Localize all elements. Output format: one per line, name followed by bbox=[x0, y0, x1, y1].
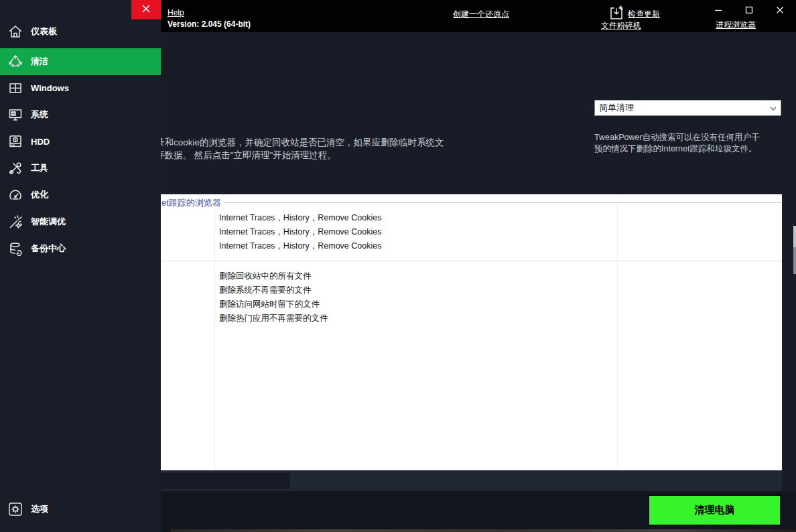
column-divider-right bbox=[617, 203, 618, 470]
magic-wand-icon bbox=[7, 213, 24, 230]
hdd-icon bbox=[7, 133, 24, 150]
browser-trace-row: Internet Traces，History，Remove Cookies bbox=[219, 212, 381, 224]
cleanup-item-row: 删除热门应用不再需要的文件 bbox=[219, 313, 328, 324]
tools-icon bbox=[7, 159, 24, 177]
clean-computer-button[interactable]: 清理电脑 bbox=[648, 494, 781, 526]
status-strip bbox=[161, 471, 782, 491]
sidebar-item-label: HDD bbox=[31, 137, 50, 147]
version-text: Version: 2.045 (64-bit) bbox=[168, 19, 251, 29]
check-update-link[interactable]: 检查更新 bbox=[628, 9, 660, 20]
backup-icon bbox=[7, 240, 24, 257]
dropdown-value: 简单清理 bbox=[599, 102, 634, 114]
status-strip-segment bbox=[161, 473, 290, 489]
speedometer-icon bbox=[7, 186, 24, 204]
cleanup-item-row: 删除访问网站时留下的文件 bbox=[219, 299, 320, 310]
home-icon bbox=[7, 23, 24, 40]
intro-text-line2: 序数据。 然后点击"立即清理"开始清理过程。 bbox=[161, 149, 336, 161]
windows-icon bbox=[7, 79, 24, 96]
sidebar-item-label: 智能调优 bbox=[31, 216, 66, 228]
mode-description-line1: TweakPower自动搜索可以在没有任何用户干 bbox=[594, 132, 795, 143]
intro-text-line1: 录和cookie的浏览器，并确定回收站是否已清空，如果应删除临时系统文 bbox=[161, 137, 444, 149]
overlay-close-button[interactable] bbox=[131, 0, 161, 19]
sidebar-item-label: 优化 bbox=[31, 189, 48, 201]
topbar: Help Version: 2.045 (64-bit) 创建一个还原点 检查更… bbox=[161, 0, 796, 32]
sidebar-item-smart-tuning[interactable]: 智能调优 bbox=[0, 208, 161, 235]
help-link[interactable]: Help bbox=[168, 8, 184, 17]
cleanup-item-row: 删除系统不再需要的文件 bbox=[219, 285, 312, 296]
monitor-icon bbox=[7, 106, 24, 123]
sidebar-item-options[interactable]: 选项 bbox=[0, 496, 161, 523]
clean-mode-dropdown[interactable]: 简单清理 bbox=[594, 100, 781, 116]
close-icon bbox=[141, 3, 151, 17]
sidebar-item-hdd[interactable]: HDD bbox=[0, 128, 161, 155]
process-browser-link[interactable]: 进程浏览器 bbox=[716, 19, 756, 31]
column-divider-left bbox=[214, 203, 215, 470]
chevron-down-icon bbox=[769, 105, 777, 115]
sidebar: 仪表板 清洁 Windows 系统 HDD bbox=[0, 0, 161, 532]
sidebar-item-dashboard[interactable]: 仪表板 bbox=[0, 18, 161, 45]
main-content: 录和cookie的浏览器，并确定回收站是否已清空，如果应删除临时系统文 序数据。… bbox=[161, 32, 796, 532]
maximize-icon bbox=[744, 5, 754, 17]
sidebar-item-label: 工具 bbox=[31, 162, 48, 174]
file-shredder-link[interactable]: 文件粉碎机 bbox=[601, 20, 641, 31]
group-label-browsers: et跟踪的浏览器 bbox=[161, 197, 224, 209]
results-panel: et跟踪的浏览器 Internet Traces，History，Remove … bbox=[161, 194, 782, 470]
sidebar-item-label: 备份中心 bbox=[31, 243, 66, 255]
recycle-icon bbox=[7, 53, 24, 70]
sidebar-item-label: 系统 bbox=[31, 109, 48, 121]
create-restore-point-link[interactable]: 创建一个还原点 bbox=[453, 9, 509, 20]
sidebar-item-label: 仪表板 bbox=[31, 25, 57, 38]
background-window-edge bbox=[171, 529, 796, 532]
browser-trace-row: Internet Traces，History，Remove Cookies bbox=[219, 241, 381, 252]
tweakpower-window: { "topbar": { "help": "Help", "version":… bbox=[0, 0, 796, 532]
minimize-icon bbox=[714, 5, 723, 17]
sidebar-item-label: 选项 bbox=[31, 503, 48, 515]
sidebar-item-tools[interactable]: 工具 bbox=[0, 155, 161, 182]
sidebar-item-backup-center[interactable]: 备份中心 bbox=[0, 235, 161, 262]
maximize-button[interactable] bbox=[741, 3, 757, 19]
sidebar-item-label: Windows bbox=[31, 83, 69, 93]
scrollbar-thumb[interactable] bbox=[793, 226, 796, 274]
browser-trace-row: Internet Traces，History，Remove Cookies bbox=[219, 226, 381, 238]
sidebar-item-label: 清洁 bbox=[31, 56, 48, 68]
footer-bar: 清理电脑 bbox=[161, 491, 796, 532]
gear-icon bbox=[7, 501, 24, 518]
sidebar-item-optimize[interactable]: 优化 bbox=[0, 182, 161, 208]
cleanup-item-row: 删除回收站中的所有文件 bbox=[219, 271, 312, 282]
section-separator bbox=[161, 261, 782, 261]
close-icon bbox=[775, 5, 785, 17]
window-close-button[interactable] bbox=[772, 3, 788, 19]
sidebar-item-windows[interactable]: Windows bbox=[0, 74, 161, 101]
sidebar-item-system[interactable]: 系统 bbox=[0, 101, 161, 128]
mode-description-line2: 预的情况下删除的Internet跟踪和垃圾文件。 bbox=[594, 143, 795, 155]
minimize-button[interactable] bbox=[710, 3, 726, 19]
groupbox-top-border bbox=[218, 202, 782, 203]
sidebar-item-clean[interactable]: 清洁 bbox=[0, 48, 161, 75]
